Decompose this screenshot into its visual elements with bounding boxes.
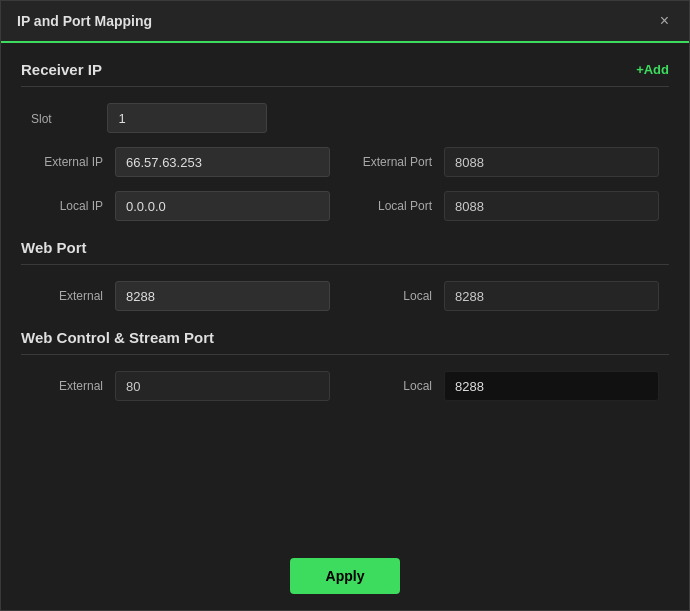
web-control-local-input[interactable] <box>444 371 659 401</box>
slot-input[interactable] <box>107 103 267 133</box>
web-port-local-input[interactable] <box>444 281 659 311</box>
receiver-ip-title: Receiver IP <box>21 61 102 78</box>
web-control-local-row: Local <box>360 371 659 401</box>
web-control-external-input[interactable] <box>115 371 330 401</box>
web-port-header: Web Port <box>21 239 669 265</box>
web-port-title: Web Port <box>21 239 87 256</box>
slot-row: Slot <box>21 103 669 133</box>
external-ip-row: External IP <box>31 147 330 177</box>
dialog: IP and Port Mapping × Receiver IP +Add S… <box>0 0 690 611</box>
web-port-external-label: External <box>31 289 103 303</box>
local-ip-input[interactable] <box>115 191 330 221</box>
web-control-header: Web Control & Stream Port <box>21 329 669 355</box>
web-port-grid: External Local <box>21 281 669 311</box>
web-port-local-label: Local <box>360 289 432 303</box>
local-port-input[interactable] <box>444 191 659 221</box>
slot-label: Slot <box>31 112 103 126</box>
dialog-title: IP and Port Mapping <box>17 13 152 29</box>
local-port-label: Local Port <box>360 199 432 213</box>
web-control-external-label: External <box>31 379 103 393</box>
apply-button[interactable]: Apply <box>290 558 401 594</box>
close-button[interactable]: × <box>656 11 673 31</box>
dialog-body: Receiver IP +Add Slot External IP <box>1 43 689 542</box>
dialog-footer: Apply <box>1 542 689 610</box>
receiver-ip-section: Receiver IP +Add Slot External IP <box>21 61 669 221</box>
external-ip-label: External IP <box>31 155 103 169</box>
titlebar: IP and Port Mapping × <box>1 1 689 43</box>
web-port-external-input[interactable] <box>115 281 330 311</box>
add-button[interactable]: +Add <box>636 62 669 77</box>
external-ip-input[interactable] <box>115 147 330 177</box>
web-port-local-row: Local <box>360 281 659 311</box>
external-port-row: External Port <box>360 147 659 177</box>
external-port-label: External Port <box>360 155 432 169</box>
local-ip-row: Local IP <box>31 191 330 221</box>
web-port-section: Web Port External Local <box>21 239 669 311</box>
web-control-grid: External Local <box>21 371 669 401</box>
web-control-title: Web Control & Stream Port <box>21 329 214 346</box>
web-control-local-label: Local <box>360 379 432 393</box>
web-control-section: Web Control & Stream Port External Local <box>21 329 669 401</box>
web-control-external-row: External <box>31 371 330 401</box>
receiver-ip-form-grid: External IP External Port Local IP <box>21 147 669 221</box>
local-ip-label: Local IP <box>31 199 103 213</box>
local-port-row: Local Port <box>360 191 659 221</box>
external-port-input[interactable] <box>444 147 659 177</box>
receiver-ip-header: Receiver IP +Add <box>21 61 669 87</box>
web-port-external-row: External <box>31 281 330 311</box>
